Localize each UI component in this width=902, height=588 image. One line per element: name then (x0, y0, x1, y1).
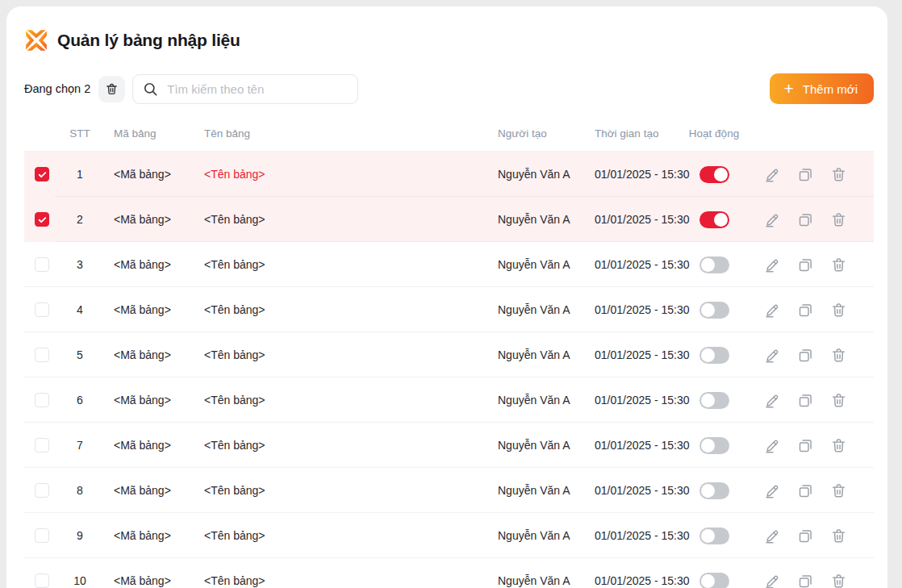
table-header-row: STT Mã bảng Tên bảng Người tạo Thời gian… (24, 116, 874, 152)
edit-button[interactable] (764, 437, 781, 454)
cell-thoi-gian-tao: 01/01/2025 - 15:30 (570, 303, 682, 316)
search-box[interactable] (132, 74, 358, 104)
duplicate-button[interactable] (797, 347, 814, 364)
header-ma-bang: Mã bảng (105, 127, 195, 140)
duplicate-button[interactable] (797, 482, 814, 499)
cell-thoi-gian-tao: 01/01/2025 - 15:30 (570, 348, 682, 361)
trash-icon (830, 437, 847, 454)
cell-stt: 3 (55, 258, 105, 271)
row-checkbox[interactable] (35, 167, 49, 181)
cell-nguoi-tao: Nguyễn Văn A (480, 574, 570, 587)
row-checkbox[interactable] (35, 257, 49, 272)
edit-button[interactable] (764, 392, 781, 409)
cell-stt: 5 (55, 348, 105, 361)
row-checkbox[interactable] (35, 438, 49, 452)
delete-button[interactable] (830, 256, 847, 273)
app-logo-icon (24, 29, 48, 52)
delete-button[interactable] (830, 482, 847, 499)
cell-thoi-gian-tao: 01/01/2025 - 15:30 (570, 168, 682, 181)
copy-icon (797, 392, 814, 409)
active-toggle[interactable] (699, 573, 729, 588)
data-table: STT Mã bảng Tên bảng Người tạo Thời gian… (24, 116, 874, 588)
table-row: 2 <Mã bảng> <Tên bảng> Nguyễn Văn A 01/0… (24, 197, 874, 242)
delete-button[interactable] (830, 573, 847, 588)
cell-ten-bang: <Tên bảng> (195, 394, 480, 407)
row-checkbox[interactable] (35, 348, 49, 362)
duplicate-button[interactable] (797, 573, 814, 588)
duplicate-button[interactable] (797, 256, 814, 273)
delete-button[interactable] (830, 302, 847, 319)
delete-button[interactable] (830, 392, 847, 409)
add-new-button-label: Thêm mới (803, 82, 858, 96)
duplicate-button[interactable] (797, 528, 814, 544)
pencil-icon (764, 392, 781, 409)
copy-icon (797, 437, 814, 454)
cell-ma-bang: <Mã bảng> (105, 168, 195, 181)
row-checkbox[interactable] (35, 483, 49, 498)
search-input[interactable] (165, 81, 348, 97)
trash-icon (105, 82, 119, 96)
cell-ma-bang: <Mã bảng> (105, 394, 195, 407)
edit-button[interactable] (764, 211, 781, 228)
header-nguoi-tao: Người tạo (480, 127, 570, 140)
plus-icon: + (784, 80, 794, 97)
pencil-icon (764, 302, 781, 319)
duplicate-button[interactable] (797, 211, 814, 228)
copy-icon (797, 211, 814, 228)
row-checkbox[interactable] (35, 393, 49, 407)
edit-button[interactable] (764, 302, 781, 319)
delete-button[interactable] (830, 347, 847, 364)
active-toggle[interactable] (699, 528, 729, 544)
header-ten-bang: Tên bảng (195, 127, 480, 140)
add-new-button[interactable]: + Thêm mới (770, 73, 874, 104)
trash-icon (830, 482, 847, 499)
table-body: 1 <Mã bảng> <Tên bảng> Nguyễn Văn A 01/0… (24, 152, 874, 588)
cell-stt: 8 (55, 484, 105, 497)
duplicate-button[interactable] (797, 437, 814, 454)
edit-button[interactable] (764, 528, 781, 544)
active-toggle[interactable] (699, 211, 729, 228)
copy-icon (797, 573, 814, 588)
delete-button[interactable] (830, 211, 847, 228)
row-checkbox[interactable] (35, 302, 49, 317)
content-card: Quản lý bảng nhập liệu Đang chọn 2 (6, 6, 887, 588)
cell-stt: 6 (55, 394, 105, 407)
row-checkbox[interactable] (35, 528, 49, 543)
cell-ma-bang: <Mã bảng> (105, 303, 195, 316)
row-checkbox[interactable] (35, 212, 49, 227)
duplicate-button[interactable] (797, 166, 814, 183)
delete-button[interactable] (830, 528, 847, 544)
duplicate-button[interactable] (797, 392, 814, 409)
active-toggle[interactable] (699, 302, 729, 319)
active-toggle[interactable] (699, 437, 729, 454)
row-checkbox[interactable] (35, 573, 49, 588)
cell-nguoi-tao: Nguyễn Văn A (480, 439, 570, 452)
delete-button[interactable] (830, 166, 847, 183)
duplicate-button[interactable] (797, 302, 814, 319)
edit-button[interactable] (764, 482, 781, 499)
cell-nguoi-tao: Nguyễn Văn A (480, 168, 570, 181)
active-toggle[interactable] (699, 256, 729, 273)
edit-button[interactable] (764, 166, 781, 183)
header-thoi-gian-tao: Thời gian tạo (570, 127, 682, 140)
active-toggle[interactable] (699, 347, 729, 364)
active-toggle[interactable] (699, 482, 729, 499)
bulk-delete-button[interactable] (98, 76, 125, 102)
table-row: 9 <Mã bảng> <Tên bảng> Nguyễn Văn A 01/0… (24, 513, 874, 558)
cell-nguoi-tao: Nguyễn Văn A (480, 348, 570, 361)
cell-stt: 1 (55, 168, 105, 181)
active-toggle[interactable] (699, 392, 729, 409)
pencil-icon (764, 437, 781, 454)
cell-stt: 2 (55, 213, 105, 226)
copy-icon (797, 347, 814, 364)
cell-thoi-gian-tao: 01/01/2025 - 15:30 (570, 574, 682, 587)
delete-button[interactable] (830, 437, 847, 454)
edit-button[interactable] (764, 573, 781, 588)
cell-ma-bang: <Mã bảng> (105, 258, 195, 271)
active-toggle[interactable] (699, 166, 729, 183)
cell-ten-bang: <Tên bảng> (195, 484, 480, 497)
edit-button[interactable] (764, 347, 781, 364)
edit-button[interactable] (764, 256, 781, 273)
pencil-icon (764, 528, 781, 544)
header-stt: STT (55, 127, 105, 140)
